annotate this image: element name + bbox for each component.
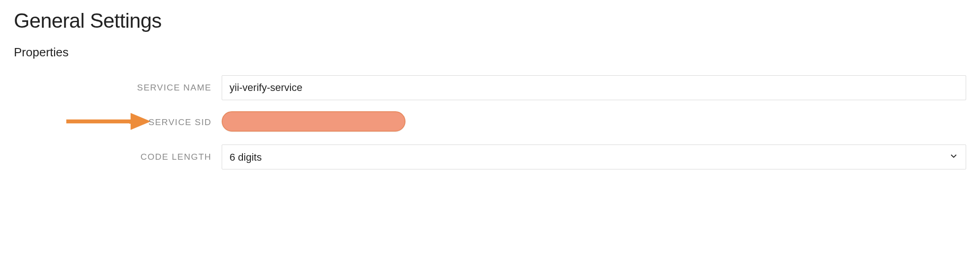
input-col: 6 digits bbox=[222, 145, 966, 169]
input-col bbox=[222, 111, 966, 133]
service-sid-redacted bbox=[222, 111, 405, 132]
input-col bbox=[222, 75, 966, 100]
service-name-input[interactable] bbox=[222, 75, 966, 100]
service-name-label: SERVICE NAME bbox=[137, 83, 212, 92]
label-col: SERVICE SID bbox=[14, 117, 222, 127]
code-length-select-wrapper: 6 digits bbox=[222, 145, 966, 169]
section-title: Properties bbox=[14, 45, 966, 60]
label-col: SERVICE NAME bbox=[14, 83, 222, 93]
row-service-name: SERVICE NAME bbox=[14, 75, 966, 100]
label-col: CODE LENGTH bbox=[14, 152, 222, 162]
code-length-select[interactable]: 6 digits bbox=[222, 145, 966, 169]
row-code-length: CODE LENGTH 6 digits bbox=[14, 145, 966, 169]
service-sid-label: SERVICE SID bbox=[148, 117, 212, 127]
row-service-sid: SERVICE SID bbox=[14, 111, 966, 133]
code-length-label: CODE LENGTH bbox=[140, 152, 212, 162]
page-title: General Settings bbox=[14, 9, 966, 32]
